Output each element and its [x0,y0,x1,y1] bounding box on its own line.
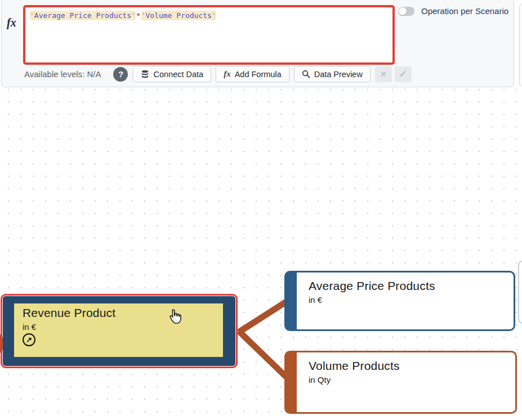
formula-operator: * [136,11,141,20]
cancel-button[interactable]: × [375,66,392,82]
connection-revenue-avgprice [239,299,291,332]
node-accent-bar [286,352,297,412]
offscreen-panel-stub [519,3,522,87]
formula-editor-panel: fx 'Average Price Products'*'Volume Prod… [1,0,514,87]
confirm-button[interactable]: ✓ [395,66,412,82]
node-unit: in € [23,322,215,332]
node-title: Volume Products [309,359,511,373]
data-preview-button[interactable]: Data Preview [294,66,371,82]
offscreen-node-stub [518,261,522,324]
formula-input[interactable]: 'Average Price Products'*'Volume Product… [23,5,395,65]
search-icon [302,70,310,78]
node-average-price-products[interactable]: Average Price Products in € [284,271,515,331]
help-button[interactable]: ? [113,67,128,82]
formula-token: ' [141,11,146,20]
data-preview-label: Data Preview [314,70,363,79]
node-border-frame: Revenue Product in € ↗ [3,296,235,366]
formula-token: ' [30,11,34,20]
node-unit: in Qty [309,375,511,385]
add-formula-label: Add Formula [235,70,282,79]
app-window: Average Price Products in € Volume Produ… [0,0,522,420]
toggle-knob [399,7,407,15]
fx-icon: fx [224,69,231,79]
node-title: Revenue Product [23,306,215,320]
node-title: Average Price Products [309,279,509,293]
node-revenue-product[interactable]: Revenue Product in € ↗ [1,294,238,368]
node-accent-bar [286,272,297,329]
add-formula-button[interactable]: fx Add Formula [216,66,289,82]
operation-per-scenario-toggle[interactable] [398,7,414,16]
connect-data-label: Connect Data [153,70,203,79]
connection-revenue-volume [239,331,291,381]
drill-through-icon[interactable]: ↗ [23,333,35,346]
model-canvas[interactable]: Average Price Products in € Volume Produ… [0,87,522,420]
node-unit: in € [309,295,509,305]
connect-data-button[interactable]: Connect Data [133,66,211,82]
fx-panel-icon: fx [7,16,21,29]
available-levels-label: Available levels: N/A [24,69,101,79]
formula-toolbar: Available levels: N/A ? Connect Data fx … [24,66,414,82]
operation-per-scenario-label: Operation per Scenario [421,6,508,16]
node-body: Revenue Product in € ↗ [14,303,223,357]
operation-per-scenario-control: Operation per Scenario [398,6,508,16]
database-icon [141,70,149,79]
node-volume-products[interactable]: Volume Products in Qty [284,351,517,414]
